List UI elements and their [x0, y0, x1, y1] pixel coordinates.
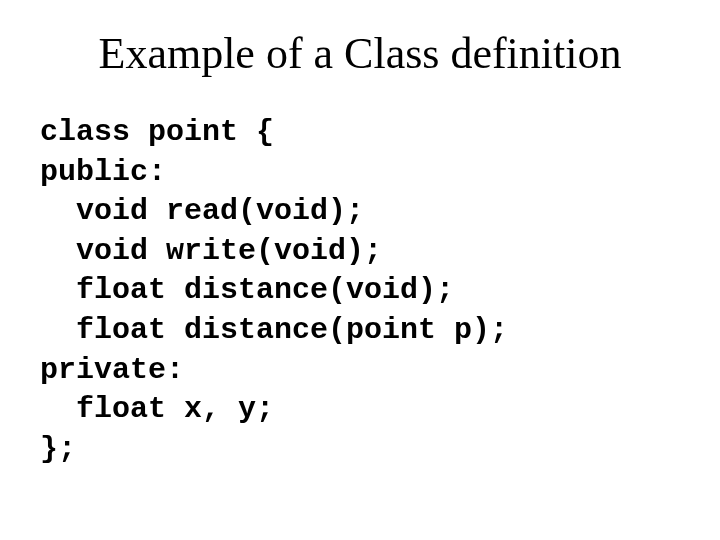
code-block: class point { public: void read(void); v…: [40, 113, 680, 469]
code-line: void write(void);: [40, 234, 382, 268]
code-line: float distance(point p);: [40, 313, 508, 347]
code-line: void read(void);: [40, 194, 364, 228]
code-line: private:: [40, 353, 184, 387]
slide: Example of a Class definition class poin…: [0, 0, 720, 540]
code-line: public:: [40, 155, 166, 189]
code-line: class point {: [40, 115, 274, 149]
code-line: };: [40, 432, 76, 466]
slide-title: Example of a Class definition: [40, 28, 680, 79]
code-line: float distance(void);: [40, 273, 454, 307]
code-line: float x, y;: [40, 392, 274, 426]
